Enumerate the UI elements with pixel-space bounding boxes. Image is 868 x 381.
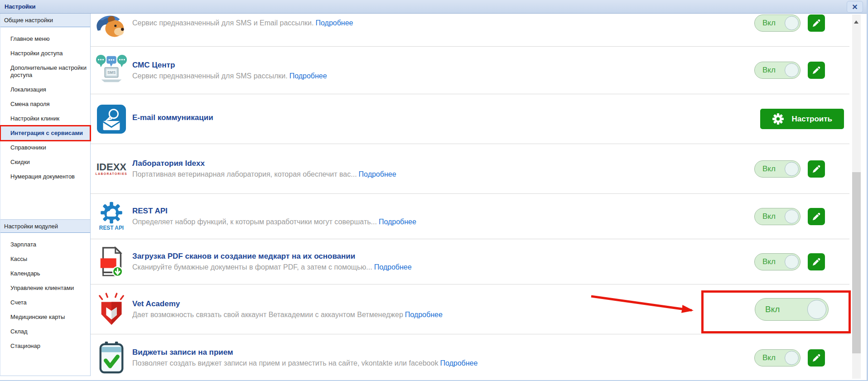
sidebar-item-document-numbering[interactable]: Нумерация документов bbox=[0, 169, 90, 184]
service-description-text: Сервис предназначенный для SMS рассылки. bbox=[132, 72, 288, 80]
service-controls: Вкл bbox=[754, 62, 825, 79]
service-description: Портативная ветеринарная лаборатория, ко… bbox=[132, 170, 754, 178]
more-link[interactable]: Подробнее bbox=[405, 311, 443, 318]
service-row-vet-academy: Vet Academy Дает возможность связать сво… bbox=[91, 285, 849, 334]
edit-button[interactable] bbox=[808, 208, 825, 225]
sidebar-section-header: Настройки модулей bbox=[0, 219, 90, 233]
service-row-sms-center: SMS СМС Центр Сервис предназначенный для… bbox=[91, 47, 849, 94]
configure-button[interactable]: Настроить bbox=[760, 109, 844, 129]
service-row-email-communications: E-mail коммуникации Настроить bbox=[91, 94, 849, 144]
service-title: СМС Центр bbox=[132, 61, 754, 70]
sidebar-section: Общие настройки Главное меню Настройки д… bbox=[0, 14, 90, 184]
sidebar-item-discounts[interactable]: Скидки bbox=[0, 155, 90, 169]
more-link[interactable]: Подробнее bbox=[379, 218, 416, 226]
toggle-knob bbox=[785, 209, 799, 223]
service-title: Vet Academy bbox=[132, 299, 755, 309]
sidebar-item-service-integration[interactable]: Интеграция с сервисами bbox=[0, 126, 90, 140]
edit-button[interactable] bbox=[808, 253, 825, 270]
email-chat-icon bbox=[94, 105, 129, 134]
pencil-icon bbox=[811, 18, 821, 28]
toggle-label: Вкл bbox=[762, 353, 776, 362]
service-description-text: Дает возможность связать свой аккаунт Ве… bbox=[132, 311, 403, 318]
dog-mascot-icon bbox=[94, 14, 129, 41]
sidebar-items: Главное меню Настройки доступа Дополните… bbox=[0, 27, 90, 184]
toggle-on[interactable]: Вкл bbox=[754, 160, 800, 178]
sidebar-item-change-password[interactable]: Смена пароля bbox=[0, 97, 90, 111]
sidebar-item-warehouse[interactable]: Склад bbox=[0, 324, 90, 339]
svg-text:SMS: SMS bbox=[107, 71, 116, 75]
sidebar-item-directories[interactable]: Справочники bbox=[0, 140, 90, 155]
edit-button[interactable] bbox=[808, 160, 825, 178]
svg-text:REST API: REST API bbox=[99, 225, 124, 231]
service-title: Лаборатория Idexx bbox=[132, 159, 754, 168]
more-link[interactable]: Подробнее bbox=[289, 72, 327, 80]
more-link[interactable]: Подробнее bbox=[374, 263, 412, 271]
service-title: E-mail коммуникации bbox=[132, 113, 760, 122]
service-row-rest-api: REST API REST API Определяет набор функц… bbox=[91, 194, 849, 239]
toggle-label: Вкл bbox=[765, 304, 780, 314]
toggle-label: Вкл bbox=[762, 19, 776, 28]
more-link[interactable]: Подробнее bbox=[440, 359, 477, 367]
toggle-on[interactable]: Вкл bbox=[754, 253, 800, 270]
toggle-knob bbox=[785, 63, 799, 77]
toggle-on[interactable]: Вкл bbox=[754, 62, 800, 79]
toggle-on[interactable]: Вкл bbox=[754, 208, 800, 225]
service-description: Позволяет создать виджет записи на прием… bbox=[132, 359, 754, 367]
pencil-icon bbox=[811, 257, 821, 267]
sidebar-item-cash-registers[interactable]: Кассы bbox=[0, 252, 90, 266]
service-row-sms-email-service: Сервис предназначенный для SMS и Email р… bbox=[91, 14, 849, 47]
service-controls: Вкл bbox=[754, 349, 825, 367]
service-description-text: Позволяет создать виджет записи на прием… bbox=[132, 359, 438, 367]
scroll-up-icon[interactable] bbox=[852, 14, 861, 24]
pencil-icon bbox=[811, 353, 821, 363]
toggle-label: Вкл bbox=[762, 164, 776, 174]
service-controls: Вкл bbox=[754, 208, 825, 225]
sidebar-item-localization[interactable]: Локализация bbox=[0, 82, 90, 97]
toggle-label: Вкл bbox=[762, 66, 776, 75]
service-title: REST API bbox=[132, 207, 754, 216]
sidebar: Общие настройки Главное меню Настройки д… bbox=[0, 14, 91, 376]
sidebar-item-inpatient[interactable]: Стационар bbox=[0, 339, 90, 353]
sms-center-icon: SMS bbox=[94, 54, 129, 87]
sidebar-section-header: Общие настройки bbox=[0, 14, 90, 27]
close-button[interactable]: ✕ bbox=[847, 1, 863, 13]
toggle-on[interactable]: Вкл bbox=[755, 298, 829, 321]
more-link[interactable]: Подробнее bbox=[316, 19, 353, 27]
scrollbar-thumb[interactable] bbox=[852, 172, 861, 353]
edit-button[interactable] bbox=[808, 14, 825, 32]
sidebar-item-main-menu[interactable]: Главное меню bbox=[0, 32, 90, 46]
service-description-text: Сканируйте бумажные документы в формат P… bbox=[132, 263, 372, 271]
sidebar-item-salary[interactable]: Зарплата bbox=[0, 237, 90, 252]
pencil-icon bbox=[811, 212, 821, 222]
sidebar-item-clinic-settings[interactable]: Настройки клиник bbox=[0, 111, 90, 126]
service-controls: Вкл bbox=[755, 298, 829, 321]
service-description-text: Определяет набор функций, к которым разр… bbox=[132, 218, 377, 226]
toggle-knob bbox=[785, 351, 799, 365]
settings-body: Общие настройки Главное меню Настройки д… bbox=[0, 14, 867, 381]
vet-academy-icon bbox=[94, 292, 129, 327]
sidebar-item-additional-access-settings[interactable]: Дополнительные настройки доступа bbox=[0, 61, 90, 82]
edit-button[interactable] bbox=[808, 349, 825, 367]
scrollbar[interactable] bbox=[852, 14, 861, 379]
service-description-text: Портативная ветеринарная лаборатория, ко… bbox=[132, 170, 357, 178]
service-title: Виджеты записи на прием bbox=[132, 348, 754, 357]
sidebar-item-calendar[interactable]: Календарь bbox=[0, 266, 90, 281]
toggle-on[interactable]: Вкл bbox=[754, 14, 800, 32]
titlebar: Настройки ✕ bbox=[0, 0, 867, 14]
sidebar-item-invoices[interactable]: Счета bbox=[0, 295, 90, 310]
service-row-idexx-laboratory: IDEXXLABORATORIES Лаборатория Idexx Порт… bbox=[91, 144, 849, 194]
service-row-pdf-upload: Загрузка PDF сканов и создание медкарт н… bbox=[91, 239, 849, 285]
sidebar-item-client-management[interactable]: Управление клиентами bbox=[0, 281, 90, 295]
toggle-on[interactable]: Вкл bbox=[754, 349, 800, 367]
sidebar-item-access-settings[interactable]: Настройки доступа bbox=[0, 46, 90, 61]
service-controls: Настроить bbox=[760, 109, 844, 129]
sidebar-item-medical-records[interactable]: Медицинские карты bbox=[0, 310, 90, 324]
appointment-widget-icon bbox=[94, 341, 129, 375]
rest-api-icon: REST API bbox=[94, 201, 129, 232]
edit-button[interactable] bbox=[808, 62, 825, 79]
service-description: Дает возможность связать свой аккаунт Ве… bbox=[132, 311, 755, 319]
toggle-label: Вкл bbox=[762, 212, 776, 221]
more-link[interactable]: Подробнее bbox=[359, 170, 396, 178]
toggle-label: Вкл bbox=[762, 257, 776, 266]
sidebar-section: Настройки модулей Зарплата Кассы Календа… bbox=[0, 219, 90, 353]
